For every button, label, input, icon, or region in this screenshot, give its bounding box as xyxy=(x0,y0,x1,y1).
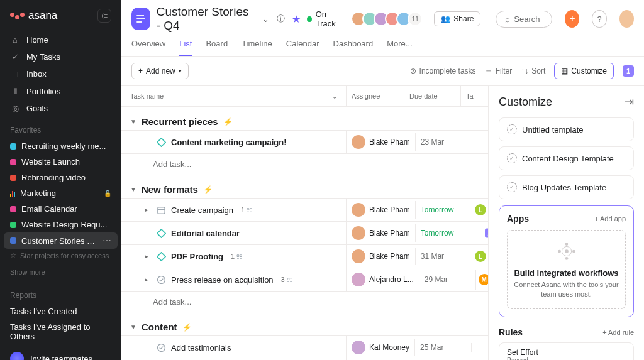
more-icon[interactable]: ⋯ xyxy=(103,236,111,246)
expand-icon[interactable]: ▸ xyxy=(145,207,152,213)
task-tag-cell[interactable]: 2 xyxy=(472,229,488,237)
task-status-icon[interactable] xyxy=(157,229,166,238)
task-row[interactable]: Content marketing campaign! Blake Pham 2… xyxy=(121,130,488,153)
task-assignee[interactable]: Blake Pham xyxy=(346,199,415,221)
member-avatars[interactable]: 11 xyxy=(355,11,423,26)
col-assignee[interactable]: Assignee xyxy=(346,86,404,106)
sidebar-project[interactable]: Website Launch xyxy=(0,154,121,170)
task-due[interactable]: Tomorrow xyxy=(415,201,472,219)
rule-card[interactable]: Set EffortPaused xyxy=(499,342,634,360)
task-status-icon[interactable] xyxy=(157,205,166,215)
sidebar-project[interactable]: Marketing🔒 xyxy=(0,185,121,201)
sidebar-project[interactable]: Website Design Requ... xyxy=(0,217,121,232)
task-due[interactable]: 31 Mar xyxy=(415,248,472,265)
task-due[interactable]: 23 Mar xyxy=(415,133,472,151)
show-more-link[interactable]: Show more xyxy=(0,262,121,282)
tab-more[interactable]: More... xyxy=(387,39,412,56)
chevron-down-icon[interactable]: ⌄ xyxy=(332,93,337,100)
search-icon: ⌕ xyxy=(505,14,510,24)
section-header[interactable]: ▼New formats⚡ xyxy=(121,181,488,198)
task-assignee[interactable]: Blake Pham xyxy=(346,222,415,244)
col-due[interactable]: Due date xyxy=(404,86,460,106)
task-due[interactable]: 29 Mar xyxy=(419,271,475,288)
star-icon[interactable]: ★ xyxy=(292,13,301,25)
task-tag-cell[interactable]: M xyxy=(475,270,488,290)
sidebar-project[interactable]: Email Calendar xyxy=(0,201,121,217)
report-link[interactable]: Tasks I've Created xyxy=(0,303,121,319)
chevron-down-icon[interactable]: ⌄ xyxy=(261,14,270,24)
sort-button[interactable]: ↑↓Sort xyxy=(521,67,545,75)
task-tag-cell[interactable]: L xyxy=(472,200,488,220)
global-add-button[interactable]: + xyxy=(565,10,579,28)
template-card[interactable]: ✓Blog Updates Template xyxy=(499,175,634,199)
search-input[interactable]: ⌕ Search xyxy=(496,11,552,28)
invite-teammates[interactable]: Invite teammates xyxy=(0,344,121,360)
section-header[interactable]: ▼Content⚡ xyxy=(121,319,488,335)
task-row[interactable]: Add testimonials Kat Mooney 25 Mar xyxy=(121,335,488,359)
add-new-button[interactable]: + Add new ▾ xyxy=(131,63,189,79)
nav-inbox[interactable]: ◻Inbox xyxy=(0,65,121,82)
task-row[interactable]: ▸ Press release on acquisition 3 Alejand… xyxy=(121,268,488,291)
task-tag-cell[interactable]: L xyxy=(472,246,488,266)
sidebar-project[interactable]: Rebranding video xyxy=(0,170,121,185)
share-button[interactable]: 👥 Share xyxy=(434,11,480,26)
sidebar-project[interactable]: Customer Stories - Q4⋯ xyxy=(4,232,118,249)
tab-board[interactable]: Board xyxy=(206,39,228,56)
section-header[interactable]: ▼Recurrent pieces⚡ xyxy=(121,113,488,130)
task-tag-cell[interactable] xyxy=(471,343,488,352)
filter-icon: ⫤ xyxy=(485,67,492,75)
add-rule-link[interactable]: + Add rule xyxy=(602,329,634,336)
tab-list[interactable]: List xyxy=(179,39,192,56)
tab-timeline[interactable]: Timeline xyxy=(242,39,272,56)
status-chip[interactable]: On Track xyxy=(307,9,342,28)
collapse-panel-icon[interactable]: ⇥ xyxy=(625,95,634,109)
template-card[interactable]: ✓Untitled template xyxy=(499,117,634,141)
incomplete-tasks-filter[interactable]: ⊘Incomplete tasks xyxy=(410,67,476,75)
col-tag[interactable]: Ta xyxy=(460,86,481,106)
task-tag-cell[interactable] xyxy=(472,138,488,146)
nav-goals[interactable]: ◎Goals xyxy=(0,100,121,117)
info-icon[interactable]: ⓘ xyxy=(277,13,286,25)
expand-icon[interactable]: ▸ xyxy=(145,253,152,259)
apps-empty-card[interactable]: Build integrated workflows Connect Asana… xyxy=(507,230,626,309)
caret-down-icon[interactable]: ▼ xyxy=(130,118,136,125)
tab-overview[interactable]: Overview xyxy=(131,39,165,56)
add-app-link[interactable]: + Add app xyxy=(594,215,626,222)
task-status-icon[interactable] xyxy=(157,252,166,261)
add-task-row[interactable]: Add task... xyxy=(121,153,488,175)
customize-button[interactable]: ▦Customize xyxy=(554,63,614,79)
caret-down-icon[interactable]: ▼ xyxy=(130,324,136,330)
nav-home[interactable]: ⌂Home xyxy=(0,31,121,48)
task-assignee[interactable]: Kat Mooney xyxy=(346,336,414,359)
expand-icon[interactable]: ▸ xyxy=(145,276,152,283)
me-avatar[interactable] xyxy=(619,10,634,28)
task-row[interactable]: ▸ PDF Proofing 1 Blake Pham 31 Mar L xyxy=(121,244,488,268)
col-name[interactable]: Task name xyxy=(130,92,164,100)
task-assignee[interactable]: Blake Pham xyxy=(346,245,415,268)
task-status-icon[interactable] xyxy=(157,138,166,147)
add-task-row[interactable]: Add task... xyxy=(121,291,488,312)
task-due[interactable]: Tomorrow xyxy=(415,224,472,242)
sidebar-project[interactable]: Recruiting weekly me... xyxy=(0,138,121,154)
caret-down-icon[interactable]: ▼ xyxy=(130,186,136,193)
task-assignee[interactable]: Blake Pham xyxy=(346,131,415,153)
project-color-icon xyxy=(10,143,16,150)
task-assignee[interactable]: Alejandro L... xyxy=(346,268,419,291)
task-status-icon[interactable] xyxy=(157,343,166,352)
tab-calendar[interactable]: Calendar xyxy=(286,39,319,56)
logo[interactable]: asana xyxy=(10,9,57,22)
filter-button[interactable]: ⫤Filter xyxy=(485,67,513,75)
template-card[interactable]: ✓Content Design Template xyxy=(499,146,634,170)
task-status-icon[interactable] xyxy=(157,275,166,285)
task-due[interactable]: 25 Mar xyxy=(414,339,471,356)
nav-my-tasks[interactable]: ✓My Tasks xyxy=(0,48,121,65)
task-row[interactable]: ▸ Create campaign 1 Blake Pham Tomorrow … xyxy=(121,198,488,221)
project-icon[interactable] xyxy=(131,8,150,30)
tab-dashboard[interactable]: Dashboard xyxy=(333,39,374,56)
nav-portfolios[interactable]: ⦀Portfolios xyxy=(0,82,121,100)
report-link[interactable]: Tasks I've Assigned to Others xyxy=(0,319,121,344)
collapse-sidebar-icon[interactable]: ⟨≡ xyxy=(97,9,111,23)
task-row[interactable]: Editorial calendar Blake Pham Tomorrow 2 xyxy=(121,221,488,244)
bars-icon: ⦀ xyxy=(10,86,20,96)
help-button[interactable]: ? xyxy=(592,10,606,28)
